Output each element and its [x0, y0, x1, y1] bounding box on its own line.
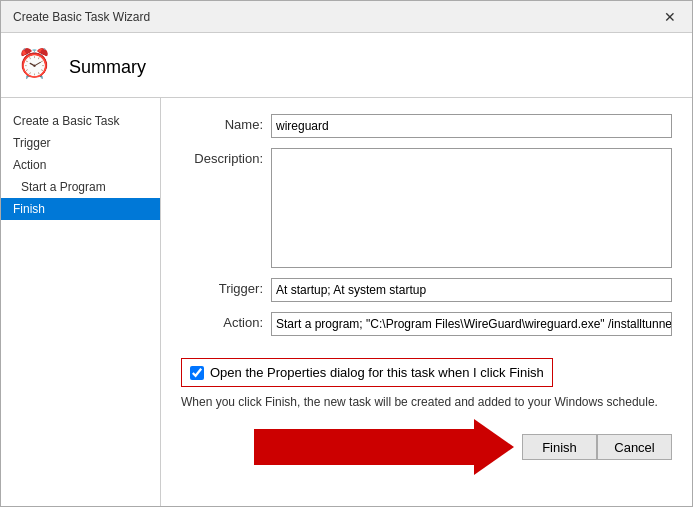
dialog-body: Create a Basic Task Trigger Action Start… [1, 98, 692, 506]
name-label: Name: [181, 114, 271, 132]
trigger-label: Trigger: [181, 278, 271, 296]
checkbox-label[interactable]: Open the Properties dialog for this task… [210, 365, 544, 380]
close-button[interactable]: ✕ [660, 9, 680, 25]
sidebar: Create a Basic Task Trigger Action Start… [1, 98, 161, 506]
trigger-row: Trigger: At startup; At system startup [181, 278, 672, 302]
dialog-window: Create Basic Task Wizard ✕ ⏰ Summary Cre… [0, 0, 693, 507]
description-textarea[interactable] [271, 148, 672, 268]
arrow-head [474, 419, 514, 475]
arrow-shape [254, 419, 514, 475]
header-title: Summary [69, 57, 146, 78]
action-value: Start a program; "C:\Program Files\WireG… [271, 312, 672, 336]
trigger-value: At startup; At system startup [271, 278, 672, 302]
properties-checkbox[interactable] [190, 366, 204, 380]
sidebar-item-trigger[interactable]: Trigger [1, 132, 160, 154]
sidebar-item-start-a-program[interactable]: Start a Program [1, 176, 160, 198]
info-text: When you click Finish, the new task will… [181, 395, 672, 409]
description-label: Description: [181, 148, 271, 166]
header-icon: ⏰ [17, 47, 57, 87]
big-arrow [181, 419, 522, 475]
description-row: Description: [181, 148, 672, 268]
action-row: Action: Start a program; "C:\Program Fil… [181, 312, 672, 336]
finish-button[interactable]: Finish [522, 434, 597, 460]
title-bar: Create Basic Task Wizard ✕ [1, 1, 692, 33]
action-label: Action: [181, 312, 271, 330]
cancel-button[interactable]: Cancel [597, 434, 672, 460]
name-row: Name: [181, 114, 672, 138]
name-input[interactable] [271, 114, 672, 138]
sidebar-item-finish[interactable]: Finish [1, 198, 160, 220]
arrow-finish-row: Finish Cancel [181, 419, 672, 475]
checkbox-row[interactable]: Open the Properties dialog for this task… [181, 358, 553, 387]
sidebar-item-create-basic-task[interactable]: Create a Basic Task [1, 110, 160, 132]
arrow-body [254, 429, 474, 465]
dialog-header: ⏰ Summary [1, 33, 692, 98]
sidebar-item-action[interactable]: Action [1, 154, 160, 176]
dialog-title: Create Basic Task Wizard [13, 10, 150, 24]
main-content: Name: Description: Trigger: At startup; … [161, 98, 692, 506]
